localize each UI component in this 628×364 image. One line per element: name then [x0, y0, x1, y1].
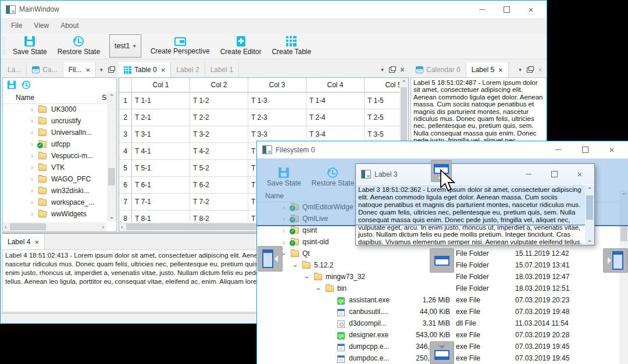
maximize-button[interactable] — [500, 4, 513, 15]
table-cell[interactable]: T 8-2 — [190, 210, 248, 222]
expand-chevron-icon[interactable]: › — [29, 210, 35, 218]
tab-close-icon[interactable]: × — [85, 66, 90, 74]
expand-chevron-icon[interactable]: › — [29, 187, 35, 195]
menu-item-about[interactable]: About — [55, 22, 84, 30]
tab-label-2[interactable]: Label 2 — [171, 62, 205, 77]
perspective-combo[interactable]: test1 ▾ — [109, 34, 141, 58]
column-header-col-1[interactable]: Col 1 — [132, 78, 190, 92]
tree-item-vtk[interactable]: ›VTK — [3, 162, 106, 173]
close-button[interactable]: × — [524, 4, 537, 15]
expand-chevron-icon[interactable]: › — [303, 274, 311, 280]
label3-titlebar[interactable]: Label 3 × — [356, 164, 594, 184]
tab-table-0[interactable]: Table 0× — [119, 62, 171, 77]
tab-label-4[interactable]: Label 4 × — [2, 234, 45, 249]
table-cell[interactable]: T 3-1 — [132, 126, 190, 143]
restore-icon[interactable] — [22, 81, 30, 89]
tab-label-1[interactable]: Label 1 — [205, 62, 239, 77]
tab-la[interactable]: La... — [2, 62, 27, 77]
expand-chevron-icon[interactable]: › — [29, 152, 35, 160]
tree-item-wago-pfc[interactable]: ›WAGO_PFC — [3, 173, 106, 185]
column-header-col-3[interactable]: Col 3 — [248, 78, 306, 92]
maximize-button[interactable] — [548, 169, 561, 180]
table-cell[interactable]: T 5-2 — [190, 160, 248, 177]
close-button[interactable]: × — [605, 145, 618, 155]
expand-chevron-icon[interactable]: › — [29, 105, 35, 113]
dock-indicator-right[interactable] — [603, 248, 628, 273]
row-header-4[interactable]: 4 — [119, 143, 132, 160]
filesystem-titlebar[interactable]: Filesystem 0 × — [257, 141, 628, 159]
tree-item-uncrustify[interactable]: ›uncrustify — [3, 115, 106, 127]
scroll-down-icon[interactable]: ⌄ — [107, 213, 116, 220]
save-state-button[interactable]: Save State — [8, 35, 52, 57]
scroll-thumb[interactable] — [10, 223, 46, 230]
table-cell[interactable]: T 5-1 — [132, 160, 190, 177]
close-button[interactable]: × — [573, 169, 586, 180]
toolbar-handle[interactable] — [2, 36, 5, 56]
column-header-col-2[interactable]: Col 2 — [190, 78, 248, 92]
create-perspective-button[interactable]: Create Perspective — [145, 36, 215, 56]
expand-chevron-icon[interactable]: › — [291, 263, 299, 269]
table-cell[interactable]: T 2-1 — [132, 109, 190, 126]
table-cell[interactable]: T 2-3 — [248, 109, 306, 126]
expand-chevron-icon[interactable]: › — [281, 227, 287, 235]
table-cell[interactable]: T 7-2 — [190, 194, 248, 210]
expand-chevron-icon[interactable]: › — [29, 175, 35, 183]
tree-vscrollbar[interactable]: ⌃ ⌄ — [107, 92, 116, 222]
maximize-button[interactable] — [579, 145, 591, 155]
expand-chevron-icon[interactable]: › — [315, 286, 323, 292]
fs-item-canbusutil[interactable]: canbusutil....44,00 KiBexe File07.03.201… — [257, 306, 619, 318]
tab-close-icon[interactable]: × — [34, 238, 39, 247]
tree-item-wwwidgets[interactable]: ›wwWidgets — [3, 208, 106, 220]
table-cell[interactable]: T 2-5 — [365, 109, 399, 126]
dock-indicator-left[interactable] — [258, 246, 283, 272]
tab-fil[interactable]: Fil...× — [63, 62, 96, 77]
minimize-button[interactable] — [552, 145, 565, 155]
scroll-up-icon[interactable]: ⌃ — [585, 187, 594, 193]
tab-ca[interactable]: Ca... — [27, 62, 63, 77]
table-cell[interactable]: T 4-1 — [132, 143, 190, 160]
menu-item-file[interactable]: File — [5, 22, 28, 30]
tree-item-utfcpp[interactable]: ›utfcpp — [3, 138, 106, 150]
tree-item-item[interactable]: › — [3, 220, 106, 222]
tree-item-win32diski[interactable]: ›win32diski... — [3, 185, 106, 197]
tree-item-workspace[interactable]: ›workspace_... — [3, 197, 106, 208]
scroll-thumb[interactable] — [620, 226, 627, 241]
scroll-thumb[interactable] — [586, 195, 593, 220]
row-header-8[interactable]: 8 — [119, 210, 132, 222]
table-cell[interactable]: T 2-2 — [190, 109, 248, 126]
tab-menu-icon[interactable]: ▾ — [519, 67, 522, 73]
table-cell[interactable]: T 1-2 — [190, 92, 248, 109]
row-header-3[interactable]: 3 — [119, 126, 132, 143]
tab-menu-icon[interactable]: ▾ — [100, 67, 103, 73]
scroll-thumb[interactable] — [108, 168, 115, 185]
tab-calendar-0[interactable]: Calendar 0 — [411, 62, 466, 77]
fs-item-assistant-exe[interactable]: assistant.exe1,26 MiBexe File07.03.2019 … — [257, 295, 619, 306]
tab-close-icon[interactable]: × — [498, 66, 503, 74]
close-dock-icon[interactable]: × — [538, 65, 543, 74]
fs-item-designer-exe[interactable]: designer.exe543,00 KiBexe File07.03.2019… — [257, 330, 619, 341]
row-header-1[interactable]: 1 — [119, 92, 132, 109]
row-header-5[interactable]: 5 — [119, 160, 132, 177]
scroll-down-icon[interactable]: ⌄ — [585, 237, 594, 243]
tab-menu-icon[interactable]: ▾ — [381, 67, 384, 73]
expand-chevron-icon[interactable]: › — [29, 163, 35, 172]
tab-close-icon[interactable]: × — [161, 66, 166, 74]
main-titlebar[interactable]: MainWindow × — [1, 1, 547, 18]
row-header-7[interactable]: 7 — [119, 194, 132, 210]
expand-chevron-icon[interactable]: › — [29, 117, 35, 125]
fs-item-bin[interactable]: ›binFile Folder18.03.2019 12:51 — [257, 283, 619, 295]
scroll-left-icon[interactable]: ‹ — [5, 222, 7, 231]
table-cell[interactable]: T 1-5 — [365, 92, 399, 109]
expand-chevron-icon[interactable]: › — [29, 140, 35, 148]
label3-vscrollbar[interactable]: ⌃ ⌄ — [585, 185, 594, 245]
table-cell[interactable]: T 1-3 — [248, 92, 306, 109]
fs-item-d3dcompil[interactable]: d3dcompil...3,31 MiBdll File11.03.2014 1… — [257, 318, 619, 330]
float-dock-icon[interactable] — [389, 67, 395, 73]
scroll-up-icon[interactable]: ⌃ — [107, 94, 116, 100]
scroll-up-icon[interactable]: ⌃ — [399, 80, 408, 86]
float-dock-icon[interactable] — [527, 67, 533, 73]
tree-hscrollbar[interactable]: ‹ › — [3, 222, 106, 231]
table-cell[interactable]: T 6-1 — [132, 177, 190, 194]
dock-indicator-center[interactable] — [430, 248, 454, 273]
table-cell[interactable]: T 6-2 — [190, 177, 248, 194]
